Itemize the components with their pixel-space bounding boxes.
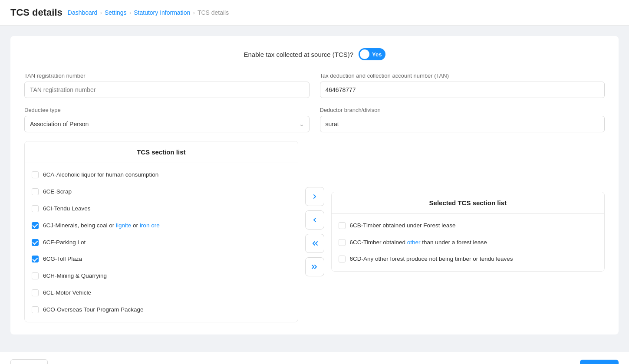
item-label-6cf: 6CF-Parking Lot bbox=[43, 239, 86, 247]
tcs-section-list-items: 6CA-Alcoholic liquor for human consumpti… bbox=[25, 163, 298, 322]
list-item[interactable]: 6CC-Timber obtained other than under a f… bbox=[332, 234, 605, 251]
toggle-value: Yes bbox=[372, 51, 382, 58]
item-label-6ch: 6CH-Mining & Quarrying bbox=[43, 272, 107, 280]
transfer-controls bbox=[305, 187, 324, 276]
cancel-button[interactable]: Cancel bbox=[10, 359, 48, 364]
list-item[interactable]: 6CO-Overseas Tour Program Package bbox=[25, 302, 298, 318]
item-label-6cc: 6CC-Timber obtained other than under a f… bbox=[350, 239, 487, 247]
transfer-section: TCS section list 6CA-Alcoholic liquor fo… bbox=[24, 141, 605, 322]
deductee-row: Deductee type Association of Person Comp… bbox=[24, 107, 605, 132]
selected-tcs-section-list-box: Selected TCS section list 6CB-Timber obt… bbox=[331, 192, 605, 272]
tan-account-label: Tax deduction and collection account num… bbox=[320, 72, 605, 79]
list-item[interactable]: 6CD-Any other forest produce not being t… bbox=[332, 251, 605, 268]
list-item[interactable]: 6CJ-Minerals, being coal or lignite or i… bbox=[25, 217, 298, 234]
breadcrumb-sep-3: › bbox=[193, 9, 195, 16]
checkbox-6ce[interactable] bbox=[32, 188, 39, 195]
tan-fields-row: TAN registration number Tax deduction an… bbox=[24, 72, 605, 98]
checkbox-6ch[interactable] bbox=[32, 272, 39, 279]
tan-reg-label: TAN registration number bbox=[24, 72, 310, 79]
checkbox-6cd[interactable] bbox=[339, 256, 346, 262]
list-item[interactable]: 6CF-Parking Lot bbox=[25, 234, 298, 251]
item-label-6cg: 6CG-Toll Plaza bbox=[43, 255, 82, 263]
move-all-left-button[interactable] bbox=[305, 234, 324, 253]
item-label-6cj: 6CJ-Minerals, being coal or lignite or i… bbox=[43, 222, 160, 230]
deductee-type-select[interactable]: Association of Person Company Individual… bbox=[24, 116, 310, 132]
checkbox-6cj[interactable] bbox=[32, 222, 39, 229]
item-label-6ce: 6CE-Scrap bbox=[43, 188, 72, 196]
save-button[interactable]: Save bbox=[580, 360, 619, 364]
item-label-6co: 6CO-Overseas Tour Program Package bbox=[43, 306, 144, 314]
list-item[interactable]: 6CH-Mining & Quarrying bbox=[25, 268, 298, 285]
tcs-toggle-row: Enable tax collected at source (TCS)? Ye… bbox=[24, 48, 605, 60]
breadcrumb-statutory[interactable]: Statutory Information bbox=[134, 9, 190, 16]
checkbox-6cb[interactable] bbox=[339, 222, 346, 229]
list-item[interactable]: 6CI-Tendu Leaves bbox=[25, 200, 298, 217]
toggle-circle bbox=[360, 49, 369, 59]
deductee-type-group: Deductee type Association of Person Comp… bbox=[24, 107, 310, 132]
list-item[interactable]: 6CB-Timber obtained under Forest lease bbox=[332, 217, 605, 234]
checkbox-6co[interactable] bbox=[32, 306, 39, 313]
checkbox-6ca[interactable] bbox=[32, 171, 39, 178]
tcs-section-list-title: TCS section list bbox=[25, 141, 298, 163]
item-label-6cb: 6CB-Timber obtained under Forest lease bbox=[350, 222, 456, 230]
deductor-branch-label: Deductor branch/divison bbox=[320, 107, 605, 113]
checkbox-6cg[interactable] bbox=[32, 256, 39, 262]
form-card: Enable tax collected at source (TCS)? Ye… bbox=[10, 36, 619, 334]
selected-tcs-section-list-items: 6CB-Timber obtained under Forest lease 6… bbox=[332, 214, 605, 272]
list-item[interactable]: 6CL-Motor Vehicle bbox=[25, 285, 298, 302]
checkbox-6cl[interactable] bbox=[32, 289, 39, 296]
deductor-branch-group: Deductor branch/divison bbox=[320, 107, 605, 132]
move-right-button[interactable] bbox=[305, 187, 324, 206]
tcs-toggle-button[interactable]: Yes bbox=[359, 48, 385, 60]
breadcrumb-sep-1: › bbox=[100, 9, 102, 16]
breadcrumb-settings[interactable]: Settings bbox=[105, 9, 127, 16]
footer: Cancel Save bbox=[0, 352, 629, 364]
deductee-type-label: Deductee type bbox=[24, 107, 310, 113]
tan-reg-input[interactable] bbox=[24, 82, 310, 98]
move-all-right-button[interactable] bbox=[305, 257, 324, 276]
tan-reg-group: TAN registration number bbox=[24, 72, 310, 98]
tan-account-group: Tax deduction and collection account num… bbox=[320, 72, 605, 98]
checkbox-6cf[interactable] bbox=[32, 239, 39, 246]
list-item[interactable]: 6CE-Scrap bbox=[25, 184, 298, 200]
selected-tcs-section-list-title: Selected TCS section list bbox=[332, 192, 605, 214]
page-title: TCS details bbox=[10, 7, 63, 18]
tcs-toggle-label: Enable tax collected at source (TCS)? bbox=[244, 51, 353, 58]
main-content: Enable tax collected at source (TCS)? Ye… bbox=[0, 26, 629, 352]
item-label-6ca: 6CA-Alcoholic liquor for human consumpti… bbox=[43, 171, 158, 179]
checkbox-6ci[interactable] bbox=[32, 205, 39, 212]
tan-account-input[interactable] bbox=[320, 82, 605, 98]
item-label-6ci: 6CI-Tendu Leaves bbox=[43, 205, 91, 213]
move-left-button[interactable] bbox=[305, 210, 324, 230]
list-item[interactable]: 6CG-Toll Plaza bbox=[25, 251, 298, 268]
breadcrumb-sep-2: › bbox=[129, 9, 132, 16]
checkbox-6cc[interactable] bbox=[339, 239, 346, 246]
breadcrumb: Dashboard › Settings › Statutory Informa… bbox=[68, 9, 229, 16]
breadcrumb-dashboard[interactable]: Dashboard bbox=[68, 9, 98, 16]
list-item[interactable]: 6CA-Alcoholic liquor for human consumpti… bbox=[25, 167, 298, 184]
item-label-6cl: 6CL-Motor Vehicle bbox=[43, 289, 91, 297]
breadcrumb-current: TCS details bbox=[198, 9, 229, 16]
item-label-6cd: 6CD-Any other forest produce not being t… bbox=[350, 255, 513, 263]
page-header: TCS details Dashboard › Settings › Statu… bbox=[0, 0, 629, 26]
deductor-branch-input[interactable] bbox=[320, 116, 605, 132]
deductee-select-wrapper: Association of Person Company Individual… bbox=[24, 116, 310, 132]
tcs-section-list-box: TCS section list 6CA-Alcoholic liquor fo… bbox=[24, 141, 298, 322]
